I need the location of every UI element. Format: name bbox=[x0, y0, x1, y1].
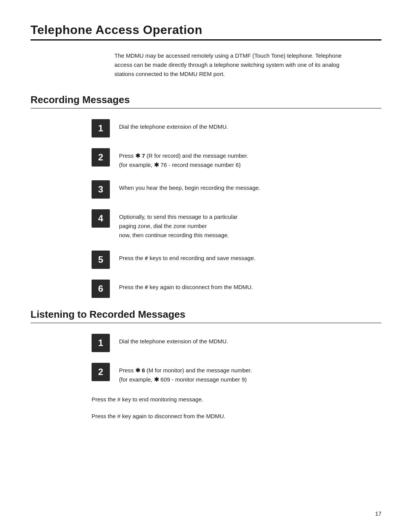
page: Telephone Access Operation The MDMU may … bbox=[0, 0, 412, 532]
intro-text: The MDMU may be accessed remotely using … bbox=[114, 51, 351, 79]
recording-steps: 1 Dial the telephone extension of the MD… bbox=[92, 119, 351, 298]
step-badge-2: 2 bbox=[92, 148, 110, 167]
step-badge-1: 1 bbox=[92, 119, 110, 137]
section-heading-listening: Listening to Recorded Messages bbox=[31, 309, 381, 320]
step-text-5: Press the # keys to end recording and sa… bbox=[119, 251, 256, 263]
listening-lone-text-2: Press the # key again to disconnect from… bbox=[92, 412, 351, 421]
step-badge-4: 4 bbox=[92, 209, 110, 228]
step-text-6: Press the # key again to disconnect from… bbox=[119, 280, 253, 292]
step-badge-6: 6 bbox=[92, 280, 110, 298]
listening-step-text-1: Dial the telephone extension of the MDMU… bbox=[119, 334, 228, 346]
step-badge-5: 5 bbox=[92, 251, 110, 269]
listening-step-text-2: Press ✱ 6 (M for monitor) and the messag… bbox=[119, 363, 252, 384]
listening-steps: 1 Dial the telephone extension of the MD… bbox=[92, 334, 351, 384]
recording-step-5: 5 Press the # keys to end recording and … bbox=[92, 251, 351, 269]
listening-divider bbox=[31, 323, 381, 323]
step-text-2: Press ✱ 7 (R for record) and the message… bbox=[119, 148, 248, 170]
step-text-4: Optionally, to send this message to a pa… bbox=[119, 209, 238, 240]
step-badge-3: 3 bbox=[92, 180, 110, 199]
listening-lone-text-1: Press the # key to end monitoring messag… bbox=[92, 395, 351, 404]
recording-step-1: 1 Dial the telephone extension of the MD… bbox=[92, 119, 351, 137]
recording-step-6: 6 Press the # key again to disconnect fr… bbox=[92, 280, 351, 298]
listening-step-1: 1 Dial the telephone extension of the MD… bbox=[92, 334, 351, 352]
recording-step-2: 2 Press ✱ 7 (R for record) and the messa… bbox=[92, 148, 351, 170]
recording-step-4: 4 Optionally, to send this message to a … bbox=[92, 209, 351, 240]
page-number: 17 bbox=[375, 510, 381, 517]
title-divider bbox=[31, 39, 381, 40]
listening-step-2: 2 Press ✱ 6 (M for monitor) and the mess… bbox=[92, 363, 351, 384]
listening-step-badge-1: 1 bbox=[92, 334, 110, 352]
step-text-1: Dial the telephone extension of the MDMU… bbox=[119, 119, 228, 131]
listening-step-badge-2: 2 bbox=[92, 363, 110, 381]
page-title: Telephone Access Operation bbox=[31, 23, 381, 37]
recording-divider bbox=[31, 108, 381, 108]
section-heading-recording: Recording Messages bbox=[31, 94, 381, 106]
recording-step-3: 3 When you hear the beep, begin recordin… bbox=[92, 180, 351, 199]
step-text-3: When you hear the beep, begin recording … bbox=[119, 180, 260, 192]
